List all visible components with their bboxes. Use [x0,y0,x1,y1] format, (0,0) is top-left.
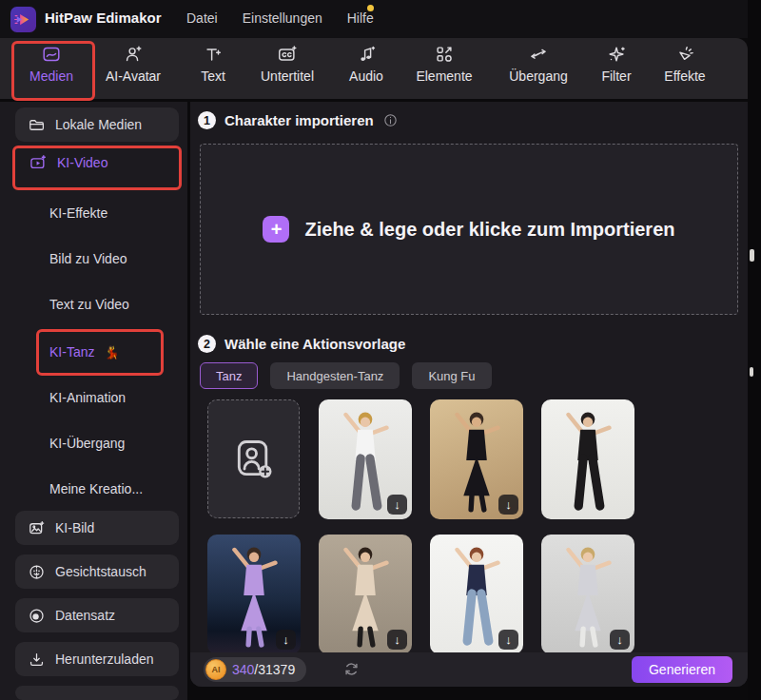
step1-title: Charakter importieren [224,112,374,128]
sidebar-item-datensatz[interactable]: Datensatz [15,598,179,632]
menu-bar: Datei Einstellungen Hilfe [186,10,374,26]
sidebar-item-ki-uebergang[interactable]: KI-Übergang [49,434,179,453]
dance-template-3[interactable] [541,399,634,519]
category-tabs: Tanz Handgesten-Tanz Kung Fu [200,362,492,389]
dancer-emoji: 💃 [104,345,119,360]
tab-label: Untertitel [261,68,314,84]
category-tab-tanz[interactable]: Tanz [200,362,258,389]
menu-item-datei[interactable]: Datei [186,10,218,26]
download-badge-icon[interactable]: ↓ [276,630,296,650]
title-bar: HitPaw Edimakor Datei Einstellungen Hilf… [0,0,761,38]
tab-effekte[interactable]: Effekte [643,43,727,94]
tab-ai-avatar[interactable]: AI-Avatar [91,43,175,94]
sidebar-item-label: Herunterzuladen [55,651,154,667]
sidebar-item-label: Lokale Medien [55,117,142,132]
dance-template-1[interactable]: ↓ [319,399,412,519]
tab-untertitel[interactable]: Untertitel [245,43,329,94]
sidebar-item-text-zu-video[interactable]: Text zu Video [49,295,179,314]
clipped-content-fragment [750,367,753,377]
sidebar-item-label: KI-Übergang [49,436,125,451]
sidebar-item-label: Text zu Video [49,297,129,312]
ai-video-icon [29,153,48,172]
music-note-icon [356,43,377,66]
notification-dot [367,5,374,11]
tab-label: Filter [601,68,631,84]
plus-button[interactable]: + [263,216,289,243]
credits-used: 340 [232,662,254,677]
effects-wand-icon [674,43,695,66]
dance-template-7[interactable]: ↓ [541,535,634,654]
menu-item-einstellungen[interactable]: Einstellungen [243,10,322,26]
add-character-slot[interactable] [207,399,300,518]
tab-label: Medien [29,68,73,84]
tab-label: AI-Avatar [106,68,161,84]
sidebar-item-gesichtstausch[interactable]: Gesichtstausch [15,554,179,589]
edimakor-logo-icon [10,7,36,32]
filter-sparkle-icon [606,43,627,66]
tab-text[interactable]: Text [171,43,255,94]
info-icon[interactable] [382,112,399,128]
sidebar: Lokale Medien KI-Video KI-Effekte Bild z… [0,102,187,700]
toolbar: Medien AI-Avatar Text Untertitel Audio [0,38,748,99]
footer-bar: AI 340 /31379 Generieren [190,652,748,687]
tab-audio[interactable]: Audio [324,43,408,94]
step1-header: 1 Charakter importieren [198,111,399,129]
download-badge-icon[interactable]: ↓ [610,630,630,650]
sidebar-item-label: KI-Video [57,155,107,170]
avatar-plus-icon [123,43,144,66]
step2-title: Wähle eine Aktionsvorlage [224,336,405,352]
sidebar-item-label: KI-Effekte [49,205,107,221]
tab-label: Audio [349,68,383,84]
dance-template-6[interactable]: ↓ [430,535,523,654]
sidebar-item-ki-effekte[interactable]: KI-Effekte [49,204,179,223]
sidebar-item-label: KI-Bild [55,520,94,535]
download-badge-icon[interactable]: ↓ [498,630,518,650]
download-badge-icon[interactable]: ↓ [498,495,518,515]
sidebar-item-label: KI-Tanz [49,344,94,360]
elements-icon [434,43,455,66]
ai-coin-icon: AI [205,659,226,680]
sidebar-item-lokale-medien[interactable]: Lokale Medien [15,107,179,142]
sidebar-item-label: Meine Kreatio... [49,481,143,496]
app-title: HitPaw Edimakor [45,10,162,26]
tab-uebergang[interactable]: Übergang [497,43,580,94]
credits-pill[interactable]: AI 340 /31379 [204,657,306,682]
download-badge-icon[interactable]: ↓ [387,495,407,515]
sidebar-item-ki-video[interactable]: KI-Video [29,151,192,174]
dropzone-label: Ziehe & lege oder klicke zum Importieren [304,219,674,241]
tab-elemente[interactable]: Elemente [402,43,486,94]
category-tab-handgesten-tanz[interactable]: Handgesten-Tanz [270,362,400,389]
download-badge-icon[interactable]: ↓ [387,630,407,650]
dance-template-5[interactable]: ↓ [319,535,412,654]
tab-label: Text [201,68,225,84]
sidebar-item-ki-tanz[interactable]: KI-Tanz 💃 [49,342,179,361]
transition-arrows-icon [528,43,549,66]
sidebar-item-ki-bild[interactable]: KI-Bild [15,511,179,545]
menu-item-hilfe[interactable]: Hilfe [347,10,374,26]
tab-medien[interactable]: Medien [10,43,93,94]
main-panel: 1 Charakter importieren + Ziehe & lege o… [190,102,748,687]
app-window: HitPaw Edimakor Datei Einstellungen Hilf… [0,0,761,700]
import-dropzone[interactable]: + Ziehe & lege oder klicke zum Importier… [200,144,738,315]
dance-template-4[interactable]: ↓ [207,535,301,654]
step2-header: 2 Wähle eine Aktionsvorlage [198,335,405,353]
subtitles-icon [277,43,298,66]
text-plus-icon [203,43,224,66]
sidebar-item-meine-kreationen[interactable]: Meine Kreatio... [49,479,179,498]
tab-label: Elemente [416,68,472,84]
dance-template-2[interactable]: ↓ [430,399,523,519]
sidebar-item-bild-zu-video[interactable]: Bild zu Video [49,249,179,268]
sidebar-item-label: Gesichtstausch [55,564,146,579]
sidebar-item-label: Bild zu Video [49,251,127,266]
folder-icon [27,115,46,134]
step-number-badge: 2 [198,335,216,353]
tab-label: Übergang [509,68,568,84]
sidebar-item-ki-animation[interactable]: KI-Animation [49,388,179,407]
category-tab-kung-fu[interactable]: Kung Fu [412,362,491,389]
refresh-icon[interactable] [342,660,361,678]
window-edge-strip [748,0,761,700]
generate-button[interactable]: Generieren [632,656,732,683]
sidebar-item-clipped[interactable] [15,686,179,700]
sidebar-item-herunterzuladen[interactable]: Herunterzuladen [15,642,179,676]
sidebar-item-label: KI-Animation [49,390,126,405]
